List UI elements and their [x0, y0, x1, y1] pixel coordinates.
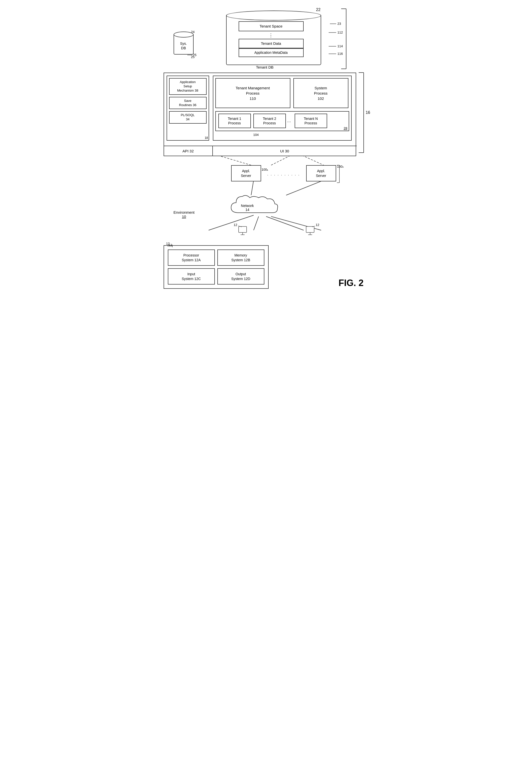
tenant-mgmt-box: Tenant Management Process 110 [215, 78, 290, 108]
server-dots: . . . . . . . . . . [267, 172, 300, 176]
svg-line-15 [271, 216, 321, 230]
svg-rect-24 [239, 226, 247, 232]
appl-server-2: Appl. Server [306, 165, 336, 181]
svg-text:112: 112 [337, 31, 343, 34]
ref-28: 28 [344, 126, 347, 130]
tenant-db-container: 22 Tenant Space ⋮ Tenant Data Applicatio… [226, 8, 331, 70]
tenant-space-box: Tenant Space [239, 21, 304, 31]
left-panel-ref: 18 [205, 136, 208, 140]
pl-soql-box: PL/SOQL 34 [169, 111, 207, 124]
tenant-dots: … [287, 119, 292, 123]
tenant1-box: Tenant 1 Process [218, 114, 251, 128]
svg-text:116: 116 [337, 52, 343, 56]
svg-text:12: 12 [316, 223, 319, 227]
svg-line-11 [286, 180, 324, 195]
tenant-db-top [226, 11, 321, 21]
ref-104: 104 [253, 133, 259, 137]
fig-label: FIG. 2 [338, 278, 363, 288]
svg-line-31 [238, 226, 242, 227]
left-panel: Application Setup Mechanism 38 Save Rout… [167, 76, 209, 141]
network-cloud: Network 14 [229, 194, 279, 219]
system-process-box: System Process 102 [293, 78, 348, 108]
svg-text:25: 25 [193, 53, 196, 57]
api-box: API 32 [164, 146, 213, 156]
svg-text:12: 12 [234, 223, 237, 227]
right-panel: Tenant Management Process 110 System Pro… [213, 76, 352, 141]
tenant-db-label: Tenant DB [256, 65, 274, 69]
svg-text:114: 114 [337, 44, 343, 48]
svg-line-33 [312, 226, 315, 227]
app-setup-box: Application Setup Mechanism 38 [169, 78, 207, 95]
sys-db-top [174, 32, 194, 38]
input-box: Input System 12C [168, 268, 215, 284]
memory-box: Memory System 12B [217, 249, 264, 266]
save-routines-box: Save Routines 36 [169, 97, 207, 109]
svg-text:14: 14 [245, 208, 249, 212]
tenant-n-box: Tenant N Process [295, 114, 327, 128]
svg-text:16: 16 [366, 110, 370, 115]
sys-db-container: Sys. DB 24 25 25 [172, 30, 197, 60]
svg-text:23: 23 [337, 22, 341, 26]
app-metadata-box: Application MetaData [239, 48, 304, 57]
tenant-processes-row: Tenant 1 Process Tenant 2 Process … Tena… [215, 111, 349, 131]
tenant-db-ref-22: 22 [316, 8, 321, 12]
dots-separator: ⋮ [269, 33, 273, 38]
output-box: Output System 12D [217, 268, 264, 284]
api-ui-bar: API 32 UI 30 [164, 146, 357, 156]
tenant-data-box: Tenant Data [239, 39, 304, 48]
svg-rect-27 [306, 226, 314, 232]
sys-db-body: Sys. DB [174, 35, 194, 55]
appl-server-1: Appl. Server [231, 165, 261, 181]
environment-label: Environment 10 [174, 210, 195, 219]
tenant2-box: Tenant 2 Process [253, 114, 286, 128]
server1-ref: 100₁ [262, 168, 268, 171]
processor-box: Processor System 12A [168, 249, 215, 266]
svg-line-10 [251, 180, 254, 195]
main-server-box: Application Setup Mechanism 38 Save Rout… [164, 73, 356, 156]
environment-ref: 10 [174, 214, 195, 219]
ui-box: UI 30 [213, 146, 357, 156]
svg-text:Network: Network [241, 204, 254, 208]
computer-box: Processor System 12A Memory System 12B I… [164, 245, 269, 289]
